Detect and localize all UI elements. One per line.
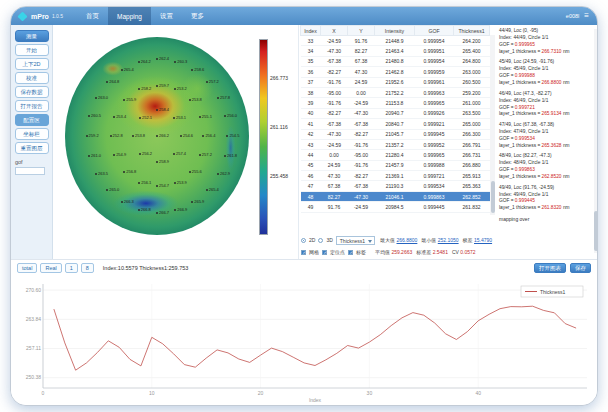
stat-value[interactable]: 252.1050 <box>438 237 459 243</box>
tab-Mapping[interactable]: Mapping <box>108 7 151 25</box>
table-row[interactable]: 42-47.30-82.2721045.70.999945266.300 <box>301 129 490 139</box>
table-row[interactable]: 4767.38-67.3821190.30.999534265.363 <box>301 181 490 191</box>
table-row[interactable]: 41-67.38-67.3820840.70.999921265.000 <box>301 119 490 129</box>
radio-2d[interactable] <box>301 238 306 243</box>
sidebar-footer: gof <box>15 159 48 175</box>
table-cell: -95.00 <box>348 150 375 160</box>
metric-select[interactable]: Thickness1 <box>336 236 375 245</box>
table-row[interactable]: 4882.27-47.3021046.10.999863262.852 <box>301 191 490 201</box>
log-scrollbar[interactable] <box>594 29 598 253</box>
table-row[interactable]: 36-82.2747.3021462.80.999959263.000 <box>301 67 490 77</box>
checkbox-网格[interactable] <box>301 250 306 255</box>
tab-更多[interactable]: 更多 <box>182 7 213 25</box>
stat-value[interactable]: 15.4790 <box>474 237 492 243</box>
sidebar-buttons: 测量开始上下2D校准保存数据打开报告配置区坐标栏重置图层 <box>11 30 52 154</box>
save-chart-button[interactable]: 保存 <box>570 263 591 273</box>
sidebar-button-保存数据[interactable]: 保存数据 <box>15 86 49 98</box>
sidebar-button-配置区[interactable]: 配置区 <box>15 114 49 126</box>
gof-input[interactable] <box>15 167 45 175</box>
chart-button-total[interactable]: total <box>17 263 37 273</box>
table-row[interactable]: 33-24.5991.7621448.90.999954264.200 <box>301 36 490 46</box>
table-row[interactable]: 34-47.3082.2721463.40.999951265.400 <box>301 46 490 56</box>
table-cell: -67.38 <box>321 119 348 129</box>
log-head: 44/49, Loc (0, -95) <box>499 28 591 35</box>
table-row[interactable]: 35-67.3867.3821480.80.999954264.800 <box>301 56 490 66</box>
column-header-Y[interactable]: Y <box>348 26 375 36</box>
table-cell: 0.999965 <box>415 150 454 160</box>
log-gof-line: GOF = 0.999534 <box>499 136 591 143</box>
sidebar-button-开始[interactable]: 开始 <box>15 44 49 56</box>
checkbox-标签[interactable] <box>348 250 353 255</box>
table-cell: 24.59 <box>321 160 348 170</box>
table-cell: 266.731 <box>454 150 490 160</box>
table-row[interactable]: 4524.59-91.7621457.90.999988266.880 <box>301 160 490 170</box>
open-chart-button[interactable]: 打开图表 <box>534 263 566 273</box>
table-cell: 21045.7 <box>375 129 415 139</box>
sidebar-button-校准[interactable]: 校准 <box>15 72 49 84</box>
log-scrollbar-thumb[interactable] <box>594 211 598 251</box>
table-row[interactable]: 4991.76-24.5920984.50.999445261.832 <box>301 202 490 212</box>
stat-value[interactable]: 266.8800 <box>397 237 418 243</box>
sidebar-button-打开报告[interactable]: 打开报告 <box>15 100 49 112</box>
log-gof-line: GOF = 0.999445 <box>499 198 591 205</box>
chart-button-1[interactable]: 1 <box>65 263 78 273</box>
column-header-X[interactable]: X <box>321 26 348 36</box>
map-point-label: 260.5 <box>91 113 101 118</box>
table-cell: 261.832 <box>454 202 490 212</box>
checkbox-定位点[interactable] <box>322 250 327 255</box>
log-thickness-value: 266.7310 <box>542 49 562 54</box>
log-gof-value: 0.999445 <box>515 198 535 203</box>
table-cell: 34 <box>301 46 321 56</box>
column-header-Index[interactable]: Index <box>301 26 321 36</box>
wafer-map-panel: 266.2258.4252.1253.8256.2258.9257.4254.6… <box>53 25 299 259</box>
chart-button-8[interactable]: 8 <box>81 263 94 273</box>
table-row[interactable]: 43-24.59-91.7621357.20.999952266.791 <box>301 139 490 149</box>
table-scrollbar-thumb[interactable] <box>491 181 495 213</box>
chart-button-Real[interactable]: Real <box>40 263 61 273</box>
map-point <box>138 61 140 63</box>
table-row[interactable]: 440.00-95.0021280.40.999965266.731 <box>301 150 490 160</box>
column-header-Thickness1[interactable]: Thickness1 <box>454 26 490 36</box>
table-cell: 21952.6 <box>375 77 415 87</box>
table-cell: 0.00 <box>348 87 375 97</box>
sidebar-button-坐标栏[interactable]: 坐标栏 <box>15 128 49 140</box>
column-header-Intensity[interactable]: Intensity <box>375 26 415 36</box>
table-row[interactable]: 4647.30-82.2721369.10.999721265.913 <box>301 171 490 181</box>
table-cell: 43 <box>301 139 321 149</box>
thickness-trend-chart[interactable]: 250.38257.11263.84270.60010203040IndexTh… <box>15 278 595 404</box>
map-point-label: 266.8 <box>141 207 151 212</box>
map-point-label: 257.2 <box>202 152 212 157</box>
header-right: e008l ≡ <box>566 12 589 20</box>
stat-极差: 极差 15.4790 <box>463 237 492 243</box>
table-row[interactable]: 37-91.7624.5921952.60.999961260.500 <box>301 77 490 87</box>
table-footer: 2D 3D Thickness1 最大值 266.8800最小值 252.105… <box>301 234 493 258</box>
svg-text:20: 20 <box>258 390 264 396</box>
map-point <box>88 115 90 117</box>
tab-设置[interactable]: 设置 <box>151 7 182 25</box>
table-cell: 21448.9 <box>375 36 415 46</box>
table-row[interactable]: 38-95.000.0021752.20.999963259.200 <box>301 87 490 97</box>
map-point <box>224 115 226 117</box>
stat-标准差: 标准差 2.5481 <box>416 249 448 255</box>
map-point <box>156 212 158 214</box>
table-cell: 264.200 <box>454 36 490 46</box>
table-row[interactable]: 40-82.27-47.3020940.70.999926263.500 <box>301 108 490 118</box>
sidebar-button-重置图层[interactable]: 重置图层 <box>15 142 49 154</box>
column-header-GOF[interactable]: GOF <box>415 26 454 36</box>
app-logo-icon <box>18 11 28 21</box>
tab-首页[interactable]: 首页 <box>77 7 108 25</box>
radio-3d[interactable] <box>318 238 323 243</box>
menu-icon[interactable]: ≡ <box>584 12 589 20</box>
display-checkboxes: 网格定位点标签 <box>301 249 366 255</box>
app-version: 1.0.5 <box>52 13 63 19</box>
sidebar-button-上下2D[interactable]: 上下2D <box>15 58 49 70</box>
radio-2d-label: 2D <box>309 237 315 243</box>
map-point-label: 253.1 <box>176 115 186 120</box>
log-gof-line: GOF = 0.999988 <box>499 73 591 80</box>
table-row[interactable]: 39-91.76-24.5921153.80.999965261.000 <box>301 98 490 108</box>
table-cell: 261.000 <box>454 98 490 108</box>
results-table: IndexXYIntensityGOFThickness1 33-24.5991… <box>300 25 490 213</box>
wafer-heatmap[interactable]: 266.2258.4252.1253.8256.2258.9257.4254.6… <box>65 37 249 235</box>
log-gof-line: GOF = 0.999721 <box>499 105 591 112</box>
sidebar-button-测量[interactable]: 测量 <box>15 30 49 42</box>
